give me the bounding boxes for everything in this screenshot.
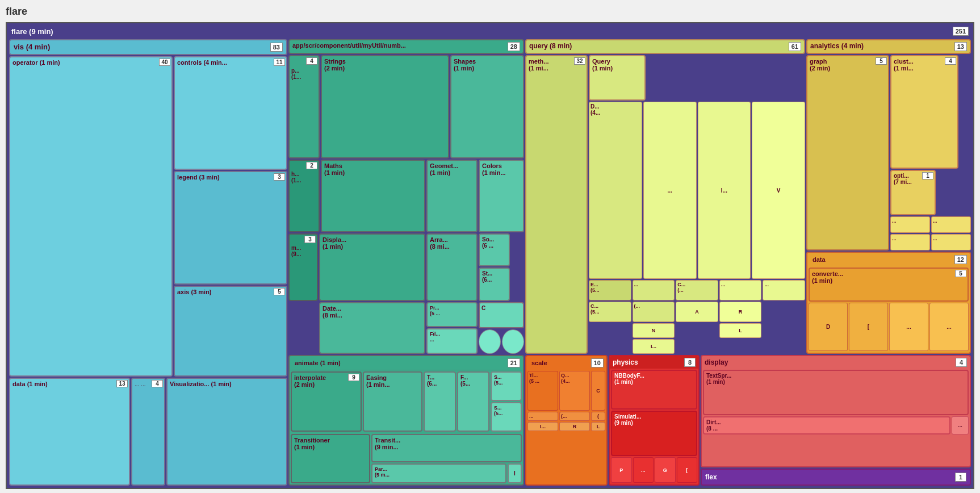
dg-d3[interactable]: ... — [929, 303, 969, 351]
qr-i[interactable]: I... — [633, 339, 675, 354]
qr-c3[interactable]: (... — [633, 302, 675, 322]
qr-dots-node[interactable]: ... — [643, 102, 697, 279]
graph-badge: 5 — [876, 57, 887, 65]
f-node[interactable]: F...(5... — [457, 371, 489, 432]
opti-node[interactable]: 1 opti...(7 mi... — [890, 170, 936, 215]
axis-node[interactable]: axis (3 min) 5 — [174, 286, 287, 377]
qr-d4[interactable]: ... — [763, 280, 805, 300]
qr-i2-node[interactable]: I... — [698, 102, 751, 279]
dg-d2[interactable]: ... — [889, 303, 928, 351]
dg-b[interactable]: [ — [849, 303, 888, 351]
app-header[interactable]: app/scr/component/util/myUtil/numb... 28 — [288, 39, 524, 54]
animate-header[interactable]: animate (1 min) 21 — [290, 356, 523, 370]
visualization-node[interactable]: Visualizatio... (1 min) — [166, 378, 287, 486]
textspr-node[interactable]: TextSpr...(1 min) — [703, 370, 969, 415]
qr-r[interactable]: R — [719, 302, 762, 322]
sc-d3[interactable]: ( — [591, 412, 605, 421]
sc-l[interactable]: L — [591, 422, 605, 431]
displa-node[interactable]: Displa...(1 min) — [319, 233, 425, 301]
qr-e[interactable]: E...(5... — [589, 280, 631, 300]
c-node[interactable]: C — [479, 302, 524, 329]
ana-s1[interactable]: ... — [890, 216, 930, 233]
converte-node[interactable]: 5 converte...(1 min) — [809, 268, 969, 302]
query-header[interactable]: query (8 min) 61 — [525, 39, 805, 54]
maths-node[interactable]: Maths(1 min) — [321, 160, 425, 232]
qr-d-node[interactable]: D...(4... — [589, 102, 642, 279]
operator-node[interactable]: operator (1 min) 40 — [9, 56, 173, 377]
sc-r[interactable]: R — [559, 422, 590, 431]
h-node[interactable]: 2 h...(1... — [288, 160, 320, 232]
i-node[interactable]: I — [508, 463, 522, 483]
par-node[interactable]: Par...(5 m... — [371, 463, 506, 483]
interp-node[interactable]: 9 interpolate(2 min) — [291, 371, 362, 432]
ph-b[interactable]: [ — [677, 457, 698, 483]
pr-fil-col: Pr...(5 ... Fil...... — [426, 302, 478, 354]
controls-node[interactable]: controls (4 min... 11 — [174, 56, 287, 170]
transit-node[interactable]: Transit...(9 min... — [371, 434, 522, 462]
s2-node[interactable]: S...(5... — [491, 402, 522, 432]
ana-s3[interactable]: ... — [890, 234, 930, 250]
vis-section-header[interactable]: vis (4 min) 83 — [9, 39, 287, 55]
textspr-label: TextSpr...(1 min) — [704, 371, 968, 387]
vis-small1[interactable]: 4 ... ... — [131, 378, 165, 486]
sc-ti[interactable]: Ti...(5 ... — [527, 371, 558, 411]
qr-d2[interactable]: ... — [633, 280, 675, 300]
date-node[interactable]: Date...(8 mi... — [319, 302, 425, 354]
simulati-node[interactable]: Simulati...(9 min) — [611, 411, 697, 456]
display-dots[interactable]: ... — [952, 416, 969, 434]
fil-node[interactable]: Fil...... — [426, 328, 478, 354]
oo-node1[interactable] — [479, 329, 501, 354]
qr-d3[interactable]: ... — [719, 280, 762, 300]
qr-l[interactable]: L — [719, 323, 762, 338]
t-node[interactable]: T...(6... — [424, 371, 456, 432]
sc-q[interactable]: Q...(4... — [559, 371, 590, 411]
ph-g[interactable]: G — [655, 457, 676, 483]
qr-c1[interactable]: C...(... — [676, 280, 718, 300]
trans-node[interactable]: Transitioner(1 min) — [291, 434, 370, 483]
physics-header[interactable]: physics 8 — [610, 356, 698, 369]
oo-node2[interactable] — [502, 329, 524, 354]
sc-d2[interactable]: (... — [559, 412, 590, 421]
qr-n[interactable]: N — [633, 323, 675, 338]
scale-header[interactable]: scale 10 — [526, 356, 606, 370]
geomet-node[interactable]: Geomet...(1 min) — [426, 160, 478, 232]
colors-node[interactable]: Colors(1 min... — [479, 160, 524, 232]
qr-a[interactable]: A — [676, 302, 718, 322]
query-item-node[interactable]: Query(1 min) — [589, 55, 646, 101]
shapes-node[interactable]: Shapes(1 min) — [450, 55, 524, 158]
meth-node[interactable]: 32 meth...(1 mi... — [525, 55, 588, 354]
dirt-node[interactable]: Dirt...(8 ... — [703, 416, 950, 434]
strings-node[interactable]: Strings(2 min) — [321, 55, 449, 158]
easing-node[interactable]: Easing(1 min... — [363, 371, 422, 432]
qr-c2[interactable]: C...(5... — [589, 302, 631, 322]
sc-c[interactable]: C — [591, 371, 605, 411]
arra-node[interactable]: Arra...(8 mi... — [426, 233, 478, 301]
legend-node[interactable]: legend (3 min) 3 — [174, 171, 287, 285]
transit-label: Transit...(9 min... — [372, 435, 521, 452]
sc-i[interactable]: I... — [527, 422, 558, 431]
display-header[interactable]: display 4 — [702, 356, 970, 369]
dg-d[interactable]: D — [809, 303, 848, 351]
flex-section[interactable]: flex 1 — [701, 469, 971, 486]
pr-node[interactable]: Pr...(5 ... — [426, 302, 478, 328]
s1-node[interactable]: S...(5... — [491, 371, 522, 401]
data-section-header[interactable]: data 12 — [807, 253, 970, 266]
so-node[interactable]: So...(6 ... — [479, 233, 510, 266]
analytics-header[interactable]: analytics (4 min) 13 — [806, 39, 971, 54]
p-node[interactable]: 4 p...(1... — [288, 55, 320, 158]
animate-label: animate (1 min) — [292, 358, 343, 368]
top-right: query (8 min) 61 32 meth...(1 mi... Quer… — [525, 39, 971, 354]
clust-node[interactable]: 4 clust...(1 mi... — [890, 55, 958, 169]
sc-d1[interactable]: ... — [527, 412, 558, 421]
ana-s2[interactable]: ... — [931, 216, 971, 233]
qr-v-node[interactable]: V — [752, 102, 805, 279]
ph-p[interactable]: P — [611, 457, 632, 483]
nbodyf-node[interactable]: NBBodyF...(1 min) — [611, 370, 697, 410]
ph-d[interactable]: ... — [633, 457, 654, 483]
m-node[interactable]: 3 m...(9... — [288, 233, 318, 301]
data-vis-node[interactable]: data (1 min) 13 — [9, 378, 130, 486]
ana-s4[interactable]: ... — [931, 234, 971, 250]
graph-node[interactable]: 5 graph(2 min) — [806, 55, 889, 250]
treemap-title: flare (9 min) — [11, 27, 53, 36]
st-node[interactable]: St...(6... — [479, 268, 510, 300]
